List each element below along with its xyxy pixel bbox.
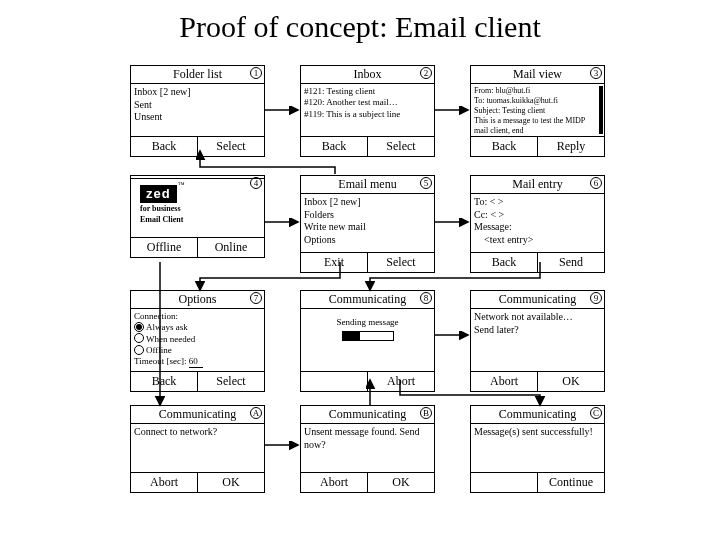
button-row: Back Select <box>131 371 264 391</box>
menu-item[interactable]: Write new mail <box>304 221 431 234</box>
menu-item[interactable]: Folders <box>304 209 431 222</box>
panel-head: Options7 <box>131 291 264 309</box>
page-title: Proof of concept: Email client <box>0 0 720 44</box>
panel-body: Inbox [2 new] Sent Unsent <box>131 84 264 136</box>
panel-num: 9 <box>590 292 602 304</box>
abort-button[interactable]: Abort <box>131 473 197 492</box>
button-row: Exit Select <box>301 252 434 272</box>
panel-body: Network not available… Send later? <box>471 309 604 371</box>
panel-body: Connect to network? <box>131 424 264 472</box>
panel-title: Mail entry <box>512 177 562 191</box>
panel-num: B <box>420 407 432 419</box>
panel-num: 2 <box>420 67 432 79</box>
mail-item[interactable]: #120: Another test mail… <box>304 97 431 108</box>
panel-num: 8 <box>420 292 432 304</box>
msg-field[interactable]: <text entry> <box>474 234 601 247</box>
button-row: Continue <box>471 472 604 492</box>
logo-sub: Email Client <box>140 216 261 225</box>
status-text: Send later? <box>474 324 601 337</box>
panel-email-menu: Email menu5 Inbox [2 new] Folders Write … <box>300 175 435 273</box>
cc-field[interactable]: Cc: < > <box>474 209 601 222</box>
button-row: Back Select <box>131 136 264 156</box>
reply-button[interactable]: Reply <box>537 137 604 156</box>
menu-item[interactable]: Inbox [2 new] <box>304 196 431 209</box>
panel-folder-list: Folder list1 Inbox [2 new] Sent Unsent B… <box>130 65 265 157</box>
folder-item[interactable]: Unsent <box>134 111 261 124</box>
panel-num: 3 <box>590 67 602 79</box>
panel-num: C <box>590 407 602 419</box>
tm-mark: ™ <box>178 181 185 189</box>
mail-item[interactable]: #119: This is a subject line <box>304 109 431 120</box>
back-button[interactable]: Back <box>471 137 537 156</box>
panel-body: From: blu@hut.fi To: tuomas.kuikka@hut.f… <box>471 84 604 136</box>
mail-item[interactable]: #121: Testing client <box>304 86 431 97</box>
menu-item[interactable]: Options <box>304 234 431 247</box>
panel-body: zed™ for business Email Client <box>131 179 264 237</box>
conn-label: Connection: <box>134 311 261 322</box>
panel-comm-nonet: Communicating9 Network not available… Se… <box>470 290 605 392</box>
ok-button[interactable]: OK <box>197 473 264 492</box>
radio-label: Offline <box>146 345 172 355</box>
panel-head: Mail view3 <box>471 66 604 84</box>
abort-button[interactable]: Abort <box>471 372 537 391</box>
panel-comm-connect: CommunicatingA Connect to network? Abort… <box>130 405 265 493</box>
button-row: Back Select <box>301 136 434 156</box>
panel-head: Inbox2 <box>301 66 434 84</box>
panel-title: Inbox <box>354 67 382 81</box>
ok-button[interactable]: OK <box>537 372 604 391</box>
abort-button[interactable]: Abort <box>301 473 367 492</box>
panel-body: To: < > Cc: < > Message: <text entry> <box>471 194 604 252</box>
button-row: Abort <box>301 371 434 391</box>
scrollbar[interactable] <box>599 86 603 134</box>
zed-logo: zed <box>140 185 177 203</box>
mail-body-text: This is a message to test the MIDP mail … <box>474 116 596 136</box>
folder-item[interactable]: Sent <box>134 99 261 112</box>
panel-head: Folder list1 <box>131 66 264 84</box>
radio-option[interactable]: Always ask <box>134 322 261 333</box>
back-button[interactable]: Back <box>471 253 537 272</box>
progress-fill <box>343 332 361 340</box>
button-row: Offline Online <box>131 237 264 257</box>
select-button[interactable]: Select <box>367 253 434 272</box>
timeout-row: Timeout [sec]: 60 <box>134 356 261 368</box>
folder-item[interactable]: Inbox [2 new] <box>134 86 261 99</box>
panel-body: Inbox [2 new] Folders Write new mail Opt… <box>301 194 434 252</box>
panel-title: Email menu <box>338 177 396 191</box>
status-text: Unsent message found. Send now? <box>304 426 431 451</box>
progress-bar <box>342 331 394 341</box>
offline-button[interactable]: Offline <box>131 238 197 257</box>
radio-option[interactable]: Offline <box>134 345 261 356</box>
exit-button[interactable]: Exit <box>301 253 367 272</box>
back-button[interactable]: Back <box>301 137 367 156</box>
to-field[interactable]: To: < > <box>474 196 601 209</box>
timeout-input[interactable]: 60 <box>189 356 203 368</box>
select-button[interactable]: Select <box>367 137 434 156</box>
panel-num: 7 <box>250 292 262 304</box>
abort-button[interactable]: Abort <box>367 372 434 391</box>
panel-num: 6 <box>590 177 602 189</box>
blank-button <box>471 473 537 492</box>
back-button[interactable]: Back <box>131 372 197 391</box>
select-button[interactable]: Select <box>197 372 264 391</box>
continue-button[interactable]: Continue <box>537 473 604 492</box>
online-button[interactable]: Online <box>197 238 264 257</box>
back-button[interactable]: Back <box>131 137 197 156</box>
panel-head: Communicating8 <box>301 291 434 309</box>
panel-head: CommunicatingA <box>131 406 264 424</box>
panel-head: CommunicatingC <box>471 406 604 424</box>
panel-mail-entry: Mail entry6 To: < > Cc: < > Message: <te… <box>470 175 605 273</box>
panel-title: Options <box>178 292 216 306</box>
ok-button[interactable]: OK <box>367 473 434 492</box>
send-button[interactable]: Send <box>537 253 604 272</box>
panel-title: Communicating <box>159 407 236 421</box>
panel-title: Mail view <box>513 67 562 81</box>
select-button[interactable]: Select <box>197 137 264 156</box>
panel-head: Communicating9 <box>471 291 604 309</box>
panel-title: Communicating <box>329 292 406 306</box>
panel-body: Connection: Always ask When needed Offli… <box>131 309 264 371</box>
status-text: Message(s) sent successfully! <box>474 426 601 439</box>
panel-body: Unsent message found. Send now? <box>301 424 434 472</box>
panel-mail-view: Mail view3 From: blu@hut.fi To: tuomas.k… <box>470 65 605 157</box>
radio-option[interactable]: When needed <box>134 334 261 345</box>
panel-inbox: Inbox2 #121: Testing client #120: Anothe… <box>300 65 435 157</box>
